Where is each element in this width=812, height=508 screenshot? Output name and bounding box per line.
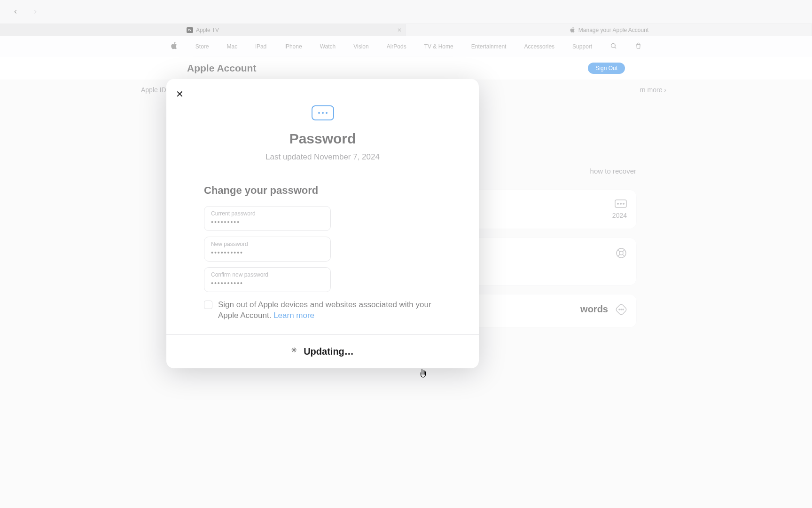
password-field-icon — [312, 105, 334, 120]
field-value: •••••••••• — [211, 249, 324, 256]
checkbox-text: Sign out of Apple devices and websites a… — [218, 300, 431, 320]
current-password-field[interactable]: Current password ••••••••• — [204, 206, 331, 231]
spinner-icon — [291, 348, 299, 355]
field-label: New password — [211, 241, 324, 247]
field-value: ••••••••• — [211, 218, 324, 226]
cursor-icon — [419, 368, 428, 381]
modal-subtitle: Last updated November 7, 2024 — [185, 152, 460, 162]
modal-title: Password — [185, 131, 460, 147]
new-password-field[interactable]: New password •••••••••• — [204, 237, 331, 262]
checkbox-label: Sign out of Apple devices and websites a… — [218, 300, 448, 321]
confirm-password-field[interactable]: Confirm new password •••••••••• — [204, 267, 331, 292]
password-modal: ✕ Password Last updated November 7, 2024… — [166, 79, 479, 368]
close-icon[interactable]: ✕ — [176, 88, 184, 100]
modal-footer: Updating… — [166, 334, 479, 368]
form-heading: Change your password — [204, 184, 460, 197]
field-value: •••••••••• — [211, 279, 324, 287]
field-label: Confirm new password — [211, 271, 324, 278]
updating-status: Updating… — [304, 346, 354, 357]
checkbox[interactable] — [204, 301, 212, 309]
field-label: Current password — [211, 210, 324, 217]
learn-more-link[interactable]: Learn more — [273, 311, 314, 320]
signout-devices-checkbox-row: Sign out of Apple devices and websites a… — [204, 300, 448, 321]
